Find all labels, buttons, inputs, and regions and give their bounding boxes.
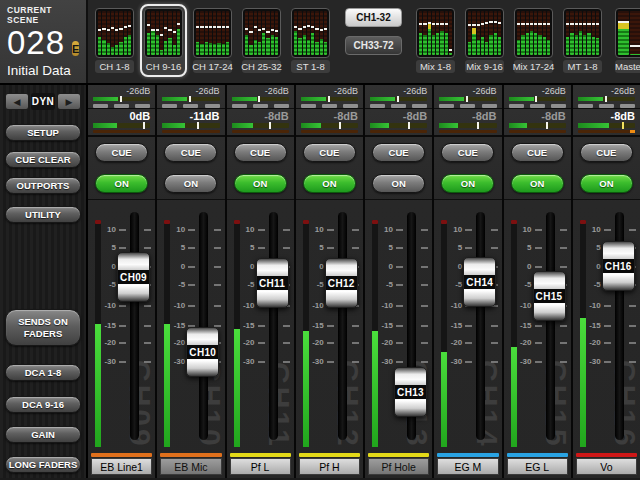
channel-name-label[interactable]: EG M xyxy=(437,458,498,475)
level-meter-tick xyxy=(622,122,624,129)
fader-cap[interactable]: CH11 xyxy=(256,258,289,308)
cue-button[interactable]: CUE xyxy=(372,143,425,162)
tab-meter-panel xyxy=(615,8,640,58)
on-button[interactable]: ON xyxy=(164,174,217,193)
channel-meter xyxy=(303,220,309,447)
fader-cap[interactable]: CH09 xyxy=(117,252,150,302)
cue-button[interactable]: CUE xyxy=(303,143,356,162)
on-button[interactable]: ON xyxy=(234,174,287,193)
cue-button[interactable]: CUE xyxy=(511,143,564,162)
fader-cap[interactable]: CH10 xyxy=(186,327,219,377)
fader-cap[interactable]: CH15 xyxy=(533,271,566,321)
scene-panel: CURRENT SCENE 028 E Initial Data xyxy=(0,0,88,83)
peak-indicator xyxy=(441,220,447,224)
fader-scale-dash xyxy=(629,361,636,363)
long-faders-button[interactable]: LONG FADERS xyxy=(5,456,81,473)
mini-meter-fill xyxy=(213,44,216,55)
mini-meter-bar xyxy=(449,11,452,55)
dyn-meter-tick xyxy=(189,96,191,102)
channel-name-label[interactable]: Vo xyxy=(576,458,637,475)
on-button[interactable]: ON xyxy=(580,174,633,193)
fader-scale-number: -15 xyxy=(227,321,255,330)
gain-button[interactable]: GAIN xyxy=(5,426,81,443)
channel-name-label[interactable]: EB Mic xyxy=(160,458,221,475)
tab-ch-17-24[interactable]: CH 17-24 xyxy=(189,4,236,77)
fader-position-mark xyxy=(209,26,212,28)
channel-name-label[interactable]: Pf Hole xyxy=(368,458,429,475)
fader-position-mark xyxy=(115,29,118,31)
fader-position-mark xyxy=(164,27,167,29)
tab-st-1-8[interactable]: ST 1-8 xyxy=(287,4,334,77)
on-button[interactable]: ON xyxy=(303,174,356,193)
fader-position-mark xyxy=(298,28,301,30)
cue-clear-button[interactable]: CUE CLEAR xyxy=(5,151,81,168)
on-button[interactable]: ON xyxy=(441,174,494,193)
fader-scale-dash xyxy=(258,361,265,363)
channel-meter xyxy=(511,220,517,447)
fader-cap[interactable]: CH14 xyxy=(463,257,496,307)
fader-zone: CH161050-5-10-15-20-30CH16 xyxy=(573,200,640,451)
utility-button[interactable]: UTILITY xyxy=(5,206,81,223)
cue-button[interactable]: CUE xyxy=(95,143,148,162)
on-button[interactable]: ON xyxy=(372,174,425,193)
mini-meter-bar xyxy=(566,11,569,55)
dyn-meter xyxy=(93,97,150,101)
dca-1-8-button[interactable]: DCA 1-8 xyxy=(5,364,81,381)
mini-meter-fill xyxy=(124,37,127,55)
dca-9-16-button[interactable]: DCA 9-16 xyxy=(5,396,81,413)
dyn-indicator-segment xyxy=(93,104,108,108)
on-button[interactable]: ON xyxy=(95,174,148,193)
fader-cap[interactable]: CH13 xyxy=(394,367,427,417)
tab-mix-17-24[interactable]: Mix 17-24 xyxy=(510,4,557,77)
fader-scale-number: -10 xyxy=(88,301,116,310)
cue-button[interactable]: CUE xyxy=(234,143,287,162)
channel-name-zone: EG M xyxy=(434,451,501,477)
mini-meter-bar xyxy=(294,11,297,55)
fader-scale-dash xyxy=(421,342,428,344)
channel-name-label[interactable]: Pf L xyxy=(230,458,291,475)
tab-mix-1-8[interactable]: Mix 1-8 xyxy=(412,4,459,77)
setup-button[interactable]: SETUP xyxy=(5,124,81,141)
dyn-indicator-segment xyxy=(232,104,247,108)
mini-meter-bar xyxy=(419,11,422,55)
channel-name-label[interactable]: EG L xyxy=(507,458,568,475)
channel-color-bar xyxy=(230,453,291,457)
channel-name-label[interactable]: Pf H xyxy=(299,458,360,475)
on-button[interactable]: ON xyxy=(511,174,564,193)
dyn-indicator-segment xyxy=(530,104,545,108)
fader-cap[interactable]: CH12 xyxy=(325,258,358,308)
bank-button-ch33-72[interactable]: CH33-72 xyxy=(345,36,402,55)
cue-button[interactable]: CUE xyxy=(441,143,494,162)
cue-button[interactable]: CUE xyxy=(580,143,633,162)
cue-button[interactable]: CUE xyxy=(164,143,217,162)
dyn-meter-fill xyxy=(232,97,257,101)
fader-position-mark xyxy=(168,29,171,31)
fader-scale-number: -10 xyxy=(573,301,601,310)
fader-scale-dash xyxy=(535,266,542,268)
channel-name-label[interactable]: EB Line1 xyxy=(91,458,152,475)
fader-scale-dash xyxy=(258,342,265,344)
tab-ch-9-16[interactable]: CH 9-16 xyxy=(140,4,187,77)
fader-scale-dash xyxy=(283,247,290,249)
fader-cap[interactable]: CH16 xyxy=(602,241,635,291)
tab-mt-1-8[interactable]: MT 1-8 xyxy=(559,4,606,77)
fader-scale-dash xyxy=(258,325,265,327)
tab-mix-9-16[interactable]: Mix 9-16 xyxy=(461,4,508,77)
fader-scale-number: -5 xyxy=(573,280,601,289)
outports-button[interactable]: OUTPORTS xyxy=(5,177,81,194)
fader-position-mark xyxy=(543,23,546,25)
sends-on-faders-button[interactable]: SENDS ON FADERS xyxy=(5,309,81,346)
channel-strip-ch16: -26dB-8dBCUEONCH161050-5-10-15-20-30CH16… xyxy=(573,85,640,478)
dyn-indicator-segments xyxy=(370,104,427,108)
mini-meter-bar xyxy=(440,11,443,55)
cue-row: CUE xyxy=(227,137,294,167)
tab-ch-1-8[interactable]: CH 1-8 xyxy=(91,4,138,77)
tab-master[interactable]: Master xyxy=(611,4,640,77)
bank-button-ch1-32[interactable]: CH1-32 xyxy=(345,8,402,27)
prev-parameter-button[interactable]: ◀ xyxy=(5,93,29,110)
mini-meter-bar xyxy=(489,11,492,55)
tab-ch-25-32[interactable]: CH 25-32 xyxy=(238,4,285,77)
next-parameter-button[interactable]: ▶ xyxy=(57,93,81,110)
mini-meter-fill xyxy=(570,33,573,55)
fader-scale-dash xyxy=(327,325,334,327)
